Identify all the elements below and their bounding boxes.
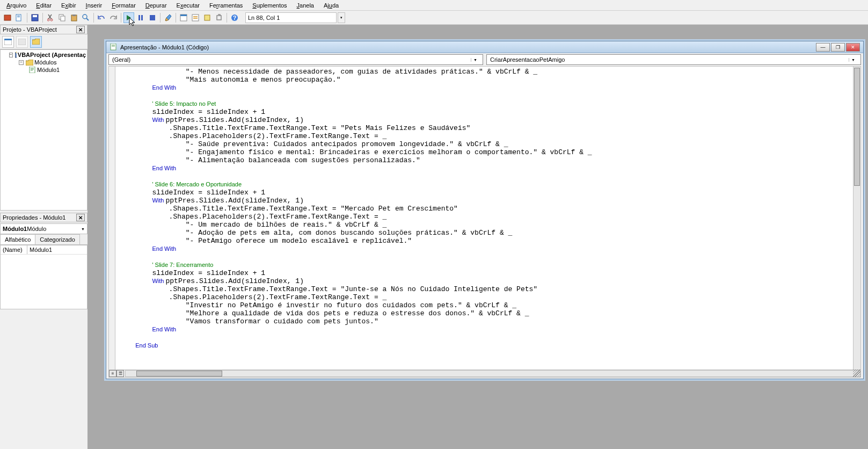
mdi-client-area: Apresentação - Módulo1 (Código) — ❐ ✕ (G…	[87, 25, 868, 449]
properties-header: Propriedades - Módulo1 ✕	[0, 213, 87, 222]
save-button[interactable]	[30, 12, 40, 23]
property-row-name[interactable]: (Name) Módulo1	[1, 245, 87, 255]
object-combo[interactable]: (Geral) ▼	[108, 54, 483, 65]
svg-rect-26	[15, 53, 17, 57]
property-value-cell[interactable]: Módulo1	[27, 245, 87, 254]
code-combo-row: (Geral) ▼ CriarApresentacaoPetAmigo ▼	[106, 53, 863, 66]
project-explorer-title: Projeto - VBAProject	[3, 26, 57, 33]
collapse-icon[interactable]: −	[19, 60, 24, 65]
help-button[interactable]: ?	[229, 12, 240, 23]
properties-tabs: Alfabético Categorizado	[0, 234, 87, 245]
project-explorer-close-button[interactable]: ✕	[76, 26, 85, 33]
design-mode-button[interactable]	[163, 12, 173, 23]
svg-rect-16	[150, 15, 155, 20]
svg-rect-1	[16, 15, 21, 21]
find-button[interactable]	[81, 12, 91, 23]
collapse-icon[interactable]: −	[9, 53, 13, 57]
vertical-scrollbar[interactable]	[853, 67, 860, 370]
paste-button[interactable]	[69, 12, 79, 23]
horizontal-scrollbar[interactable]	[125, 370, 860, 377]
code-text-area[interactable]: "- Menos necessidade de passeadores, com…	[109, 67, 860, 370]
procedure-view-button[interactable]: ≡	[109, 370, 116, 377]
menu-ajuda[interactable]: Ajuda	[319, 1, 343, 10]
menu-formatar[interactable]: Formatar	[107, 1, 140, 10]
svg-text:?: ?	[233, 15, 237, 21]
tree-module-label: Módulo1	[37, 67, 60, 73]
code-window-titlebar[interactable]: Apresentação - Módulo1 (Código) — ❐ ✕	[106, 41, 863, 53]
svg-rect-9	[61, 16, 65, 21]
svg-rect-2	[17, 16, 20, 16]
svg-rect-3	[17, 17, 20, 17]
svg-rect-20	[205, 15, 210, 20]
resize-grip-icon[interactable]	[853, 370, 860, 377]
run-button[interactable]	[123, 12, 134, 23]
properties-object-combo[interactable]: Módulo1 Módulo ▼	[0, 223, 87, 234]
tree-root[interactable]: − VBAProject (Apresentaç	[2, 51, 86, 59]
svg-rect-15	[141, 15, 143, 20]
minimize-button[interactable]: —	[816, 43, 830, 52]
toggle-folders-button[interactable]	[30, 36, 42, 48]
project-tree[interactable]: − VBAProject (Apresentaç − Módulos Módul…	[0, 49, 87, 211]
properties-button[interactable]	[190, 12, 201, 23]
project-icon	[15, 52, 17, 58]
module-icon	[110, 44, 118, 51]
tab-categorized[interactable]: Categorizado	[35, 234, 79, 244]
menu-exibir[interactable]: Exibir	[57, 1, 81, 10]
tab-alphabetic[interactable]: Alfabético	[0, 234, 35, 244]
toolbar: ? Ln 88, Col 1 ▾	[0, 11, 868, 25]
menu-suplementos[interactable]: Suplementos	[248, 1, 291, 10]
svg-rect-18	[180, 15, 187, 16]
menu-janela[interactable]: Janela	[293, 1, 318, 10]
toolbox-button[interactable]	[214, 12, 224, 23]
procedure-combo[interactable]: CriarApresentacaoPetAmigo ▼	[486, 54, 861, 65]
tree-module1[interactable]: Módulo1	[2, 66, 86, 74]
maximize-button[interactable]: ❐	[831, 43, 845, 52]
menu-depurar[interactable]: Depurar	[141, 1, 171, 10]
cut-button[interactable]	[45, 12, 56, 23]
svg-rect-14	[138, 15, 140, 20]
properties-close-button[interactable]: ✕	[76, 214, 85, 221]
svg-rect-29	[111, 44, 116, 50]
project-explorer-button[interactable]	[178, 12, 189, 23]
copy-button[interactable]	[57, 12, 68, 23]
properties-grid[interactable]: (Name) Módulo1	[0, 245, 87, 309]
project-explorer-toolbar	[0, 34, 87, 49]
redo-button[interactable]	[108, 12, 119, 23]
left-panel: Projeto - VBAProject ✕ − VBAProject (Apr…	[0, 25, 87, 449]
object-browser-button[interactable]	[202, 12, 213, 23]
menu-executar[interactable]: Executar	[172, 1, 204, 10]
svg-rect-28	[30, 67, 35, 73]
combo-arrow-icon: ▼	[81, 227, 85, 231]
menu-arquivo[interactable]: Arquivo	[2, 1, 31, 10]
view-code-button[interactable]	[2, 36, 14, 48]
position-indicator: Ln 88, Col 1	[245, 12, 337, 23]
scrollbar-thumb[interactable]	[854, 68, 860, 186]
property-name-cell: (Name)	[1, 245, 27, 254]
svg-point-12	[83, 15, 87, 19]
code-editor[interactable]: "- Menos necessidade de passeadores, com…	[108, 66, 861, 378]
code-gutter	[109, 67, 115, 377]
svg-line-13	[86, 18, 89, 20]
menu-editar[interactable]: Editar	[32, 1, 56, 10]
svg-rect-11	[72, 15, 76, 16]
position-dropdown[interactable]: ▾	[338, 12, 345, 23]
bottom-bar: ≡ ☰	[109, 370, 860, 377]
project-explorer-header: Projeto - VBAProject ✕	[0, 25, 87, 34]
view-ppt-button[interactable]	[2, 12, 13, 23]
tree-folder-modules[interactable]: − Módulos	[2, 59, 86, 66]
close-button[interactable]: ✕	[846, 43, 860, 52]
view-object-button[interactable]	[16, 36, 28, 48]
folder-icon	[26, 60, 33, 66]
menu-ferramentas[interactable]: Ferramentas	[205, 1, 247, 10]
reset-button[interactable]	[147, 12, 158, 23]
scrollbar-thumb[interactable]	[136, 371, 222, 376]
code-window-title: Apresentação - Módulo1 (Código)	[120, 44, 816, 50]
undo-button[interactable]	[96, 12, 107, 23]
combo-arrow-icon: ▼	[849, 58, 857, 62]
svg-rect-5	[33, 15, 37, 17]
menu-inserir[interactable]: Inserir	[82, 1, 107, 10]
insert-module-button[interactable]	[14, 12, 25, 23]
tree-folder-label: Módulos	[34, 59, 57, 66]
full-module-view-button[interactable]: ☰	[116, 370, 124, 377]
break-button[interactable]	[135, 12, 146, 23]
